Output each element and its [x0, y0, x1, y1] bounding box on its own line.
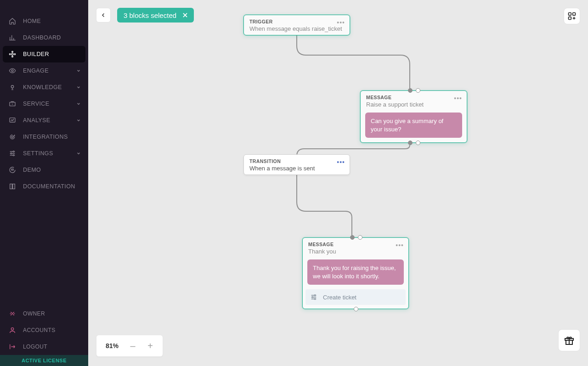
- sidebar-item-settings[interactable]: SETTINGS: [0, 145, 88, 162]
- node-title: Raise a support ticket: [366, 101, 461, 108]
- zoom-out-button[interactable]: –: [124, 341, 141, 351]
- sidebar-item-label: ANALYSE: [23, 117, 75, 124]
- sidebar-item-accounts[interactable]: ACCOUNTS: [0, 322, 88, 338]
- license-label: ACTIVE LICENSE: [22, 358, 67, 363]
- node-menu-button[interactable]: •••: [454, 95, 462, 102]
- svg-point-10: [13, 151, 14, 152]
- node-title: When a message is sent: [249, 165, 344, 172]
- sidebar-item-engage[interactable]: ENGAGE: [0, 62, 88, 79]
- sidebar-item-label: DEMO: [23, 167, 82, 173]
- add-block-icon: [567, 11, 577, 21]
- message-bubble: Can you give a summary of your issue?: [365, 113, 462, 138]
- license-status: ACTIVE LICENSE: [0, 355, 88, 366]
- connection-wires: [88, 0, 588, 366]
- sidebar-item-label: ENGAGE: [23, 68, 75, 74]
- add-block-button[interactable]: [564, 8, 580, 24]
- node-message-2[interactable]: MESSAGE Thank you ••• Thank you for rais…: [302, 237, 409, 309]
- svg-rect-16: [569, 17, 571, 20]
- sidebar-item-label: DOCUMENTATION: [23, 183, 82, 190]
- node-message-1[interactable]: MESSAGE Raise a support ticket ••• Can y…: [360, 90, 467, 143]
- node-menu-button[interactable]: •••: [396, 242, 404, 249]
- sidebar-item-label: KNOWLEDGE: [23, 84, 75, 90]
- builder-canvas[interactable]: 3 blocks selected 81% – + TRIGGER When m…: [88, 0, 588, 366]
- svg-point-9: [11, 136, 13, 138]
- sidebar-item-demo[interactable]: DEMO: [0, 162, 88, 178]
- zoom-in-button[interactable]: +: [141, 341, 159, 351]
- documentation-icon: [8, 182, 17, 191]
- logout-icon: [8, 343, 17, 351]
- port-out-alt[interactable]: [416, 141, 420, 145]
- node-menu-button[interactable]: •••: [337, 158, 345, 166]
- analyse-icon: [8, 116, 17, 124]
- svg-point-21: [314, 298, 316, 300]
- accounts-icon: [8, 326, 17, 334]
- sidebar-item-label: BUILDER: [23, 51, 79, 57]
- engage-icon: [8, 67, 17, 75]
- builder-icon: [8, 50, 17, 58]
- home-icon: [8, 17, 17, 25]
- sidebar-item-logout[interactable]: LOGOUT: [0, 338, 88, 355]
- demo-icon: [8, 166, 17, 174]
- sidebar: HOME DASHBOARD BUILDER ENGAGE: [0, 0, 88, 366]
- close-icon: [182, 12, 188, 18]
- chevron-left-icon: [101, 12, 106, 18]
- chevron-down-icon: [75, 117, 82, 124]
- chevron-down-icon: [75, 84, 82, 90]
- sidebar-item-documentation[interactable]: DOCUMENTATION: [0, 178, 88, 195]
- node-type-label: TRANSITION: [249, 158, 344, 164]
- node-type-label: MESSAGE: [308, 242, 403, 247]
- node-type-label: TRIGGER: [249, 19, 344, 24]
- node-action-row[interactable]: Create ticket: [305, 289, 406, 305]
- chevron-down-icon: [75, 150, 82, 157]
- message-bubble: Thank you for raising the issue, we will…: [307, 259, 404, 285]
- svg-point-12: [13, 155, 14, 156]
- gift-icon: [564, 335, 575, 346]
- sidebar-item-analyse[interactable]: ANALYSE: [0, 112, 88, 129]
- svg-point-4: [12, 56, 13, 57]
- settings-icon: [8, 149, 17, 158]
- sidebar-item-label: SERVICE: [23, 101, 75, 107]
- sidebar-item-label: HOME: [23, 18, 82, 24]
- sidebar-item-builder[interactable]: BUILDER: [3, 46, 85, 62]
- dashboard-icon: [8, 34, 17, 42]
- node-menu-button[interactable]: •••: [337, 19, 345, 26]
- gift-button[interactable]: [558, 329, 580, 351]
- zoom-value: 81%: [100, 342, 124, 349]
- action-label: Create ticket: [323, 294, 356, 301]
- svg-point-3: [12, 51, 13, 52]
- sidebar-item-label: SETTINGS: [23, 150, 75, 157]
- svg-point-1: [9, 54, 11, 55]
- svg-point-2: [14, 54, 16, 55]
- sidebar-item-integrations[interactable]: INTEGRATIONS: [0, 129, 88, 145]
- knowledge-icon: [8, 83, 17, 91]
- back-button[interactable]: [96, 8, 111, 23]
- sliders-icon: [310, 293, 318, 301]
- sidebar-item-knowledge[interactable]: KNOWLEDGE: [0, 79, 88, 96]
- svg-point-19: [314, 295, 316, 296]
- chevron-down-icon: [75, 68, 82, 74]
- sidebar-item-dashboard[interactable]: DASHBOARD: [0, 29, 88, 46]
- node-title: Thank you: [308, 248, 403, 255]
- port-out[interactable]: [408, 141, 413, 145]
- selection-indicator: 3 blocks selected: [117, 8, 194, 23]
- zoom-control: 81% – +: [96, 335, 163, 357]
- port-out[interactable]: [354, 307, 358, 311]
- node-transition[interactable]: TRANSITION When a message is sent •••: [243, 154, 350, 175]
- owner-icon: [8, 310, 17, 318]
- sidebar-item-label: OWNER: [23, 310, 82, 317]
- sidebar-item-owner[interactable]: OWNER: [0, 305, 88, 322]
- service-icon: [8, 100, 17, 108]
- svg-point-20: [312, 297, 313, 298]
- svg-rect-15: [573, 13, 576, 16]
- svg-point-11: [11, 153, 12, 154]
- sidebar-item-service[interactable]: SERVICE: [0, 96, 88, 112]
- svg-point-0: [11, 53, 13, 55]
- sidebar-item-label: INTEGRATIONS: [23, 134, 82, 140]
- integrations-icon: [8, 133, 17, 141]
- sidebar-item-home[interactable]: HOME: [0, 13, 88, 29]
- selection-count-label: 3 blocks selected: [124, 11, 176, 19]
- svg-point-6: [11, 85, 13, 88]
- node-trigger[interactable]: TRIGGER When message equals raise_ticket…: [243, 15, 350, 35]
- clear-selection-button[interactable]: [181, 11, 189, 19]
- sidebar-item-label: LOGOUT: [23, 343, 82, 350]
